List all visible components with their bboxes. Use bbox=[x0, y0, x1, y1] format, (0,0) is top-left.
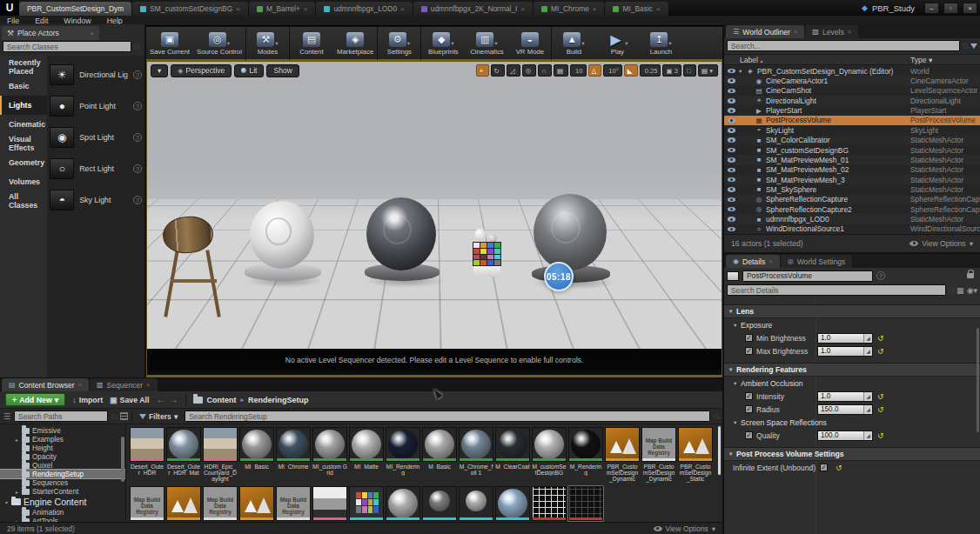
folder-item[interactable]: Sequences bbox=[0, 478, 125, 487]
spin-handle-icon[interactable]: ◢ bbox=[863, 431, 872, 440]
filters-button[interactable]: Filters ▾ bbox=[136, 412, 181, 421]
search-classes-input[interactable] bbox=[3, 41, 131, 52]
placeable-actor-item[interactable]: ○ Rect Light ? bbox=[50, 153, 142, 184]
world-space-toggle[interactable]: ◎ bbox=[522, 64, 537, 77]
tab-details[interactable]: ◉Details× bbox=[726, 255, 780, 268]
property-row[interactable]: ▾ Rendering Features ◢ ↺ bbox=[724, 363, 980, 377]
asset-tile[interactable]: Map Build Data Registry WindTests_ bbox=[275, 485, 312, 522]
outliner-actor-row[interactable]: ■ SM_MatPreviewMesh_01 StaticMeshActor bbox=[724, 155, 980, 164]
visibility-eye-icon[interactable] bbox=[724, 89, 739, 94]
content-view-options[interactable]: View Options ▾ bbox=[654, 524, 715, 533]
asset-tile[interactable]: Map Build Data Registry MI_custom Grid bbox=[312, 426, 348, 484]
close-tab-icon[interactable]: × bbox=[593, 5, 597, 13]
scale-snap-size[interactable]: 0.25 bbox=[640, 64, 661, 77]
help-icon[interactable]: ? bbox=[133, 133, 142, 142]
menu-item[interactable]: Edit bbox=[35, 17, 48, 25]
outliner-actor-row[interactable]: ■ SM_MatPreviewMesh_3 StaticMeshActor bbox=[724, 175, 980, 184]
spin-handle-icon[interactable]: ◢ bbox=[863, 347, 872, 356]
toolbar-button[interactable]: ◈▾ Marketplace bbox=[333, 27, 378, 60]
visibility-eye-icon[interactable] bbox=[724, 207, 739, 212]
property-row[interactable]: ▾ Intensity 1.0◢ ↺ bbox=[724, 390, 980, 403]
menu-item[interactable]: File bbox=[7, 17, 19, 25]
minimize-button[interactable]: – bbox=[924, 3, 939, 14]
folder-item[interactable]: ▾ Engine Content bbox=[0, 496, 125, 508]
perspective-button[interactable]: ◈Perspective bbox=[171, 64, 232, 77]
property-row[interactable]: ▾ Post Process Volume Settings ◢ ↺ bbox=[724, 447, 980, 461]
chevron-down-icon[interactable]: ▾ bbox=[581, 40, 584, 47]
outliner-actor-row[interactable]: ▶ PlayerStart PlayerStart bbox=[724, 105, 980, 115]
asset-tile[interactable]: Map Build Data Registry MI_Rendering bbox=[385, 426, 421, 484]
property-row[interactable]: ▾ Ambient Occlusion ◢ ↺ bbox=[724, 377, 980, 390]
reset-to-default-icon[interactable]: ↺ bbox=[877, 431, 884, 440]
rotate-tool[interactable]: ↻ bbox=[491, 64, 505, 77]
asset-tile[interactable]: Map Build Data Registry SM_Color bbox=[348, 485, 385, 522]
toolbar-button[interactable]: ⚒▾ Modes bbox=[246, 27, 290, 60]
category-item[interactable]: Geometry bbox=[0, 153, 47, 172]
asset-tile[interactable]: Map Build Data Registry SM_custom bbox=[385, 485, 421, 522]
folder-item[interactable]: Height bbox=[0, 444, 125, 452]
close-tab-icon[interactable]: × bbox=[400, 5, 405, 13]
visibility-eye-icon[interactable] bbox=[724, 78, 739, 83]
close-tab-icon[interactable]: × bbox=[304, 5, 308, 13]
filter-icon[interactable] bbox=[970, 43, 977, 49]
asset-tile[interactable]: Map Build Data Registry BrazilTests_ bbox=[238, 485, 275, 522]
move-tool[interactable]: + bbox=[476, 64, 489, 77]
outliner-actor-row[interactable]: ■ udmnnfbpgx_LOD0 StaticMeshActor bbox=[724, 214, 980, 224]
asset-tile[interactable]: Map Build Data Registry T_Grid bbox=[567, 485, 604, 522]
asset-tile[interactable]: Map Build Data Registry MI_Basic bbox=[238, 426, 275, 484]
asset-tab[interactable]: MI_Basic × bbox=[605, 2, 668, 16]
outliner-actor-row[interactable]: ▤ CineCamShot LevelSequenceActor bbox=[724, 86, 980, 96]
spin-handle-icon[interactable]: ◢ bbox=[863, 334, 872, 343]
close-tab-icon[interactable]: × bbox=[520, 5, 525, 13]
folder-item[interactable]: Emissive bbox=[0, 426, 125, 435]
visibility-eye-icon[interactable] bbox=[724, 69, 739, 74]
actor-name-field[interactable] bbox=[742, 270, 873, 282]
outliner-actor-row[interactable]: ≈ WindDirectionalSource1 WindDirectional… bbox=[724, 224, 980, 234]
reset-to-default-icon[interactable]: ↺ bbox=[877, 334, 884, 343]
visibility-eye-icon[interactable] bbox=[724, 137, 739, 143]
help-icon[interactable]: ? bbox=[133, 102, 142, 110]
toolbar-button[interactable]: ▶▾ Play bbox=[595, 27, 639, 60]
reset-to-default-icon[interactable]: ↺ bbox=[877, 405, 884, 414]
scale-tool[interactable]: ◿ bbox=[507, 64, 520, 77]
property-row[interactable]: ▾ Quality 100.0◢ ↺ bbox=[724, 429, 980, 442]
details-scrollbar[interactable] bbox=[977, 328, 979, 432]
value-spinbox[interactable]: 1.0◢ bbox=[817, 346, 873, 357]
expand-caret-icon[interactable]: ▾ bbox=[734, 322, 741, 329]
asset-tile[interactable]: Map Build Data Registry MI_Chrome bbox=[275, 426, 312, 484]
breadcrumb-folder[interactable]: RenderingSetup bbox=[248, 396, 309, 404]
toolbar-button[interactable]: ◎▾ Source Control bbox=[193, 27, 246, 60]
asset-tile[interactable]: Map Build Data Registry T_custom bbox=[531, 485, 567, 522]
outliner-actor-row[interactable]: ◎ SphereReflectionCapture2 SphereReflect… bbox=[724, 204, 980, 214]
chevron-down-icon[interactable]: ▾ bbox=[227, 40, 230, 47]
close-tab-icon[interactable]: × bbox=[848, 28, 851, 36]
value-spinbox[interactable]: 1.0◢ bbox=[817, 391, 873, 402]
property-row[interactable]: ▾ Min Brightness 1.0◢ ↺ bbox=[724, 331, 980, 344]
visibility-eye-icon[interactable] bbox=[724, 157, 739, 163]
asset-tab[interactable]: MI_Chrome × bbox=[534, 2, 604, 16]
asset-tile[interactable]: Map Build Data Registry M_Chrome_foil 1 bbox=[458, 426, 494, 484]
asset-tab[interactable]: M_Barrel+ × bbox=[249, 2, 316, 16]
search-paths-input[interactable] bbox=[14, 411, 108, 422]
menu-item[interactable]: Help bbox=[107, 17, 123, 25]
scale-snap-toggle[interactable]: ◣ bbox=[624, 64, 638, 77]
reset-to-default-icon[interactable]: ↺ bbox=[836, 464, 842, 472]
chevron-down-icon[interactable]: ▾ bbox=[625, 40, 628, 47]
visibility-eye-icon[interactable] bbox=[724, 148, 739, 153]
asset-tab[interactable]: udmnnfbpgx_2K_Normal_I × bbox=[413, 2, 533, 16]
asset-tile[interactable]: Map Build Data Registry PBR_CustomSetDes… bbox=[604, 426, 641, 484]
toolbar-button[interactable]: ◆▾ Blueprints bbox=[421, 27, 465, 60]
surface-snap-toggle[interactable]: ∩ bbox=[538, 64, 551, 77]
asset-tile[interactable]: Map Build Data Registry MI_Matte bbox=[348, 426, 385, 484]
column-header-type[interactable]: Type ▾ bbox=[910, 56, 980, 64]
outliner-actor-row[interactable]: ■ SM_ColorCalibrator StaticMeshActor bbox=[724, 136, 980, 145]
property-row[interactable]: ▾ Screen Space Reflections ◢ ↺ bbox=[724, 416, 980, 429]
close-tab-icon[interactable]: × bbox=[236, 5, 240, 13]
help-icon[interactable]: ? bbox=[133, 70, 142, 79]
shader-ball-2[interactable] bbox=[366, 197, 436, 270]
asset-tile[interactable]: Map Build Data Registry Desert_Outer_HDR… bbox=[165, 426, 202, 484]
asset-tab[interactable]: SM_customSetDesignBG × bbox=[132, 2, 248, 16]
property-row[interactable]: ▾ Lens ◢ ↺ bbox=[724, 304, 980, 318]
outliner-actor-row[interactable]: ▦ PostProcessVolume PostProcessVolume bbox=[724, 116, 980, 125]
reset-to-default-icon[interactable]: ↺ bbox=[877, 392, 884, 401]
